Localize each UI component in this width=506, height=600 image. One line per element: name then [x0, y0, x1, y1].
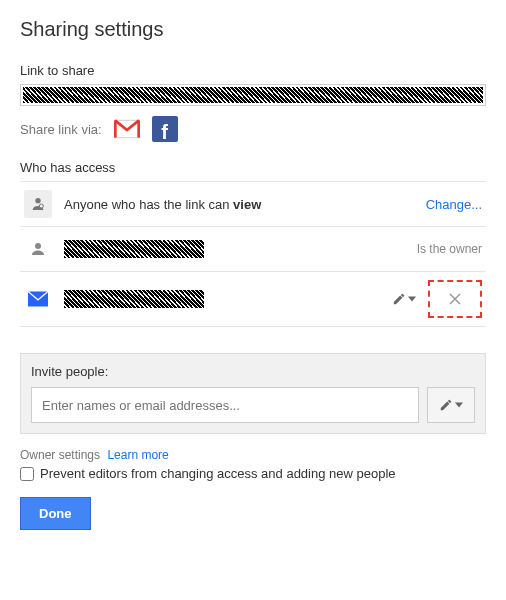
- invite-section: Invite people:: [20, 353, 486, 434]
- link-person-icon: [24, 190, 52, 218]
- access-row-link: Anyone who has the link can view Change.…: [20, 182, 486, 227]
- done-button[interactable]: Done: [20, 497, 91, 530]
- share-link-input[interactable]: [20, 84, 486, 106]
- editor-name: [64, 290, 388, 308]
- access-row-owner: Is the owner: [20, 227, 486, 272]
- dialog-title: Sharing settings: [20, 18, 486, 41]
- who-has-access-label: Who has access: [20, 160, 486, 175]
- share-via-label: Share link via:: [20, 122, 102, 137]
- facebook-icon[interactable]: f: [152, 116, 178, 142]
- owner-status: Is the owner: [417, 242, 482, 256]
- pencil-icon: [392, 292, 406, 306]
- svg-point-2: [39, 204, 43, 208]
- owner-name: [64, 240, 417, 258]
- redacted-name: [64, 290, 204, 308]
- svg-point-1: [35, 198, 40, 203]
- person-icon: [24, 235, 52, 263]
- prevent-editors-checkbox[interactable]: [20, 467, 34, 481]
- redacted-link-value: [23, 87, 483, 103]
- chevron-down-icon: [408, 295, 416, 303]
- gmail-icon[interactable]: [114, 116, 140, 142]
- remove-user-button[interactable]: [436, 284, 474, 314]
- svg-point-3: [35, 243, 41, 249]
- prevent-editors-label: Prevent editors from changing access and…: [40, 466, 396, 481]
- envelope-icon: [24, 285, 52, 313]
- redacted-name: [64, 240, 204, 258]
- change-link[interactable]: Change...: [426, 197, 482, 212]
- owner-settings-section: Owner settings Learn more Prevent editor…: [20, 448, 486, 481]
- owner-settings-label: Owner settings: [20, 448, 100, 462]
- remove-highlight-box: [428, 280, 482, 318]
- invite-input[interactable]: [31, 387, 419, 423]
- access-list: Anyone who has the link can view Change.…: [20, 181, 486, 327]
- pencil-icon: [439, 398, 453, 412]
- chevron-down-icon: [455, 401, 463, 409]
- permission-dropdown[interactable]: [388, 288, 420, 310]
- invite-permission-dropdown[interactable]: [427, 387, 475, 423]
- access-row-text: Anyone who has the link can view: [64, 197, 426, 212]
- link-to-share-label: Link to share: [20, 63, 486, 78]
- access-row-editor: [20, 272, 486, 327]
- invite-label: Invite people:: [31, 364, 475, 379]
- learn-more-link[interactable]: Learn more: [107, 448, 168, 462]
- close-icon: [449, 293, 461, 305]
